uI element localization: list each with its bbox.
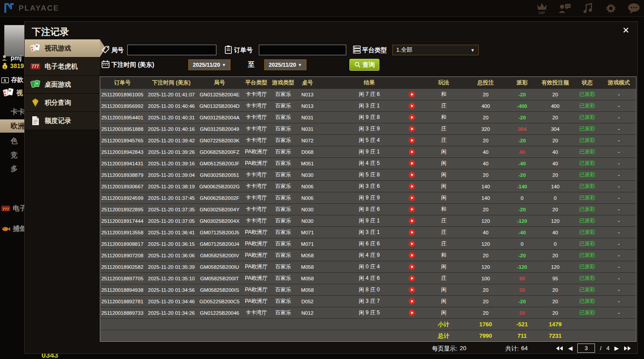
round-cell: GM05825B200IS xyxy=(198,284,241,295)
bet-type-cell: 庄 xyxy=(423,227,465,238)
play-button[interactable] xyxy=(401,169,423,180)
round-cell: GD06825B200FZ xyxy=(198,146,241,157)
search-button[interactable]: 查询 xyxy=(349,59,379,71)
table-row: 2511200189025822025-11-20 01:35:39GM0582… xyxy=(100,261,636,272)
valid-bet-cell: 20 xyxy=(538,307,573,318)
music-icon[interactable] xyxy=(581,2,595,15)
slot-777-icon: 777 xyxy=(1,205,11,212)
game-type-cell: 百家乐 xyxy=(272,250,295,261)
play-button[interactable] xyxy=(401,100,423,111)
play-button[interactable] xyxy=(401,238,423,249)
first-page-button[interactable] xyxy=(556,346,563,351)
date-from-dropdown[interactable]: 2025/11/20 ▼ xyxy=(188,59,231,70)
summary-label: 小计 xyxy=(423,319,465,330)
result-cell: 闲 5 庄 4 xyxy=(320,135,401,146)
fishing-nav[interactable]: 捕鱼 xyxy=(1,225,26,233)
prev-page-button[interactable]: ◀ xyxy=(568,345,572,351)
tab-video-games[interactable]: K♥9 视讯游戏 xyxy=(25,39,100,57)
play-button[interactable] xyxy=(401,215,423,226)
col-header-empty xyxy=(401,77,423,88)
table-no-cell: N030 xyxy=(295,204,320,215)
username-row: pmj xyxy=(2,54,22,61)
order-number-input[interactable] xyxy=(259,45,346,55)
play-button[interactable] xyxy=(401,307,423,318)
play-button[interactable] xyxy=(401,273,423,284)
result-cell: 闲 8 庄 6 xyxy=(320,204,401,215)
chat-icon[interactable] xyxy=(627,2,640,15)
play-button[interactable] xyxy=(401,123,423,134)
summary-empty xyxy=(573,330,602,341)
platform-type-select[interactable]: 1.全部 ▼ xyxy=(392,45,479,55)
status-cell: 已派彩 xyxy=(573,135,602,146)
platform-cell: 卡卡湾厅 xyxy=(241,135,272,146)
tab-table-games[interactable]: ♠ 桌面游戏 xyxy=(25,76,100,94)
round-cell: GN03125B20049 xyxy=(198,123,241,134)
platform-cell: 卡卡湾厅 xyxy=(241,100,272,111)
play-button[interactable] xyxy=(401,158,423,169)
total-bet-cell: 20 xyxy=(465,284,507,295)
date-to-value: 2025/11/20 xyxy=(269,62,296,68)
valid-bet-cell: 0 xyxy=(538,238,573,249)
valid-bet-cell: 20 xyxy=(538,89,573,100)
time-cell: 2025-11-20 01:39:42 xyxy=(144,135,198,146)
table-no-cell: D052 xyxy=(295,296,320,307)
tab-quota-records[interactable]: 额度记录 xyxy=(25,112,100,130)
play-button[interactable] xyxy=(401,89,423,100)
play-icon xyxy=(409,126,415,132)
play-button[interactable] xyxy=(401,250,423,261)
play-button[interactable] xyxy=(401,204,423,215)
tab-slots[interactable]: 777 电子老虎机 xyxy=(25,57,100,76)
status-cell: 已派彩 xyxy=(573,181,602,192)
total-bet-cell: 40 xyxy=(465,146,507,157)
video-games-nav[interactable]: K♥9 视 xyxy=(3,88,23,98)
play-button[interactable] xyxy=(401,146,423,157)
slots-nav[interactable]: 777 电子 xyxy=(1,204,26,213)
last-page-button[interactable] xyxy=(624,346,631,351)
bet-table-body: 2511200189610052025-11-20 01:41:07GN0132… xyxy=(100,88,636,341)
round-cell: GN07225B2003K xyxy=(198,135,241,146)
game-mode-cell: - xyxy=(602,284,636,295)
play-button[interactable] xyxy=(401,261,423,272)
right-edge-strip xyxy=(638,17,644,359)
time-cell: 2025-11-20 01:35:10 xyxy=(144,273,198,284)
play-button[interactable] xyxy=(401,135,423,146)
page-input[interactable] xyxy=(577,344,595,353)
play-button[interactable] xyxy=(401,112,423,123)
time-cell: 2025-11-20 01:36:06 xyxy=(144,250,198,261)
deposit-button[interactable]: $ 存款 xyxy=(1,76,23,84)
support-icon[interactable] xyxy=(558,2,572,15)
svg-text:VIP: VIP xyxy=(538,11,545,15)
summary-empty xyxy=(602,330,636,341)
order-cell: 251120018942843 xyxy=(100,146,144,157)
round-number-input[interactable] xyxy=(127,45,216,55)
game-type-cell: 百家乐 xyxy=(272,273,295,284)
game-type-cell: 百家乐 xyxy=(272,204,295,215)
payout-cell: -20 xyxy=(507,296,538,307)
order-cell: 251120018917444 xyxy=(100,215,144,226)
bet-type-cell: 庄 xyxy=(423,123,465,134)
round-cell: GD05225B200C5 xyxy=(198,296,241,307)
play-button[interactable] xyxy=(401,192,423,203)
time-cell: 2025-11-20 01:34:46 xyxy=(144,296,198,307)
settings-gear-icon[interactable] xyxy=(604,2,617,15)
status-cell: 已派彩 xyxy=(573,238,602,249)
play-button[interactable] xyxy=(401,284,423,295)
page-separator: / xyxy=(600,345,602,351)
play-button[interactable] xyxy=(401,181,423,192)
play-button[interactable] xyxy=(401,296,423,307)
tab-points[interactable]: 积分查询 xyxy=(25,94,100,112)
game-mode-cell: - xyxy=(602,204,636,215)
platform-cell: 卡卡湾厅 xyxy=(241,307,272,318)
col-header: 平台类型 xyxy=(241,77,272,88)
game-type-cell: 百家乐 xyxy=(272,158,295,169)
date-to-dropdown[interactable]: 2025/11/20 ▼ xyxy=(264,59,307,70)
game-type-cell: 百家乐 xyxy=(272,112,295,123)
close-icon[interactable]: ✕ xyxy=(622,26,629,34)
play-button[interactable] xyxy=(401,227,423,238)
vip-icon[interactable]: VIP xyxy=(535,2,549,15)
game-type-cell: 百家乐 xyxy=(272,146,295,157)
time-cell: 2025-11-20 01:37:45 xyxy=(144,192,198,203)
next-page-button[interactable]: ▶ xyxy=(614,345,619,351)
table-no-cell: N030 xyxy=(295,215,320,226)
money-bag-icon: $ xyxy=(2,63,8,69)
